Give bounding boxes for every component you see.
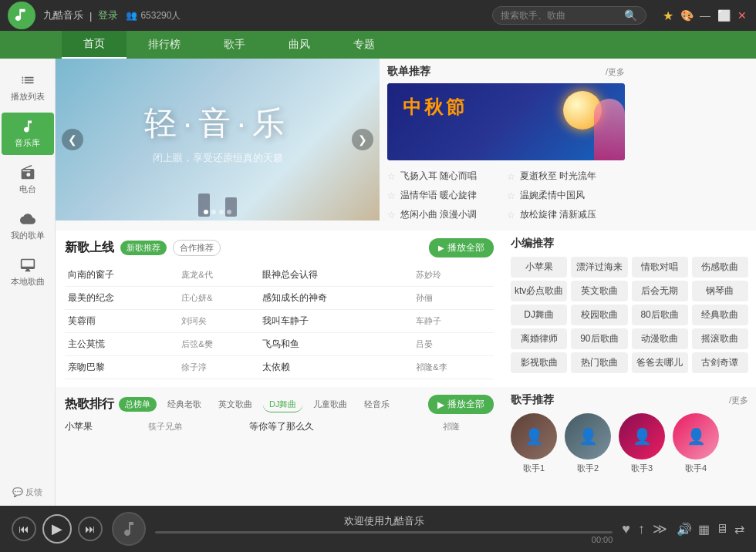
editor-tag-12[interactable]: 离婚律师 (511, 328, 567, 349)
playlist-item-1[interactable]: ☆飞扬入耳 随心而唱 (387, 167, 505, 186)
playlist-item-3[interactable]: ☆温情华语 暖心旋律 (387, 186, 505, 205)
nav-charts[interactable]: 排行榜 (127, 31, 202, 59)
song-name-4b[interactable]: 飞鸟和鱼 (262, 338, 299, 349)
singer-item-4[interactable]: 👤 歌手4 (673, 413, 719, 474)
rank-tab-4[interactable]: 儿童歌曲 (307, 397, 353, 412)
window-controls: ★ 🎨 — ⬜ ✕ (662, 9, 748, 22)
search-icon[interactable]: 🔍 (624, 9, 637, 22)
sidebar-item-local[interactable]: 本地歌曲 (2, 251, 54, 294)
editor-tag-18[interactable]: 爸爸去哪儿 (632, 352, 688, 373)
equalizer-icon[interactable]: ▦ (698, 522, 710, 537)
search-input[interactable] (501, 10, 624, 21)
sidebar-item-radio[interactable]: 电台 (2, 159, 54, 201)
editor-tag-4[interactable]: ktv必点歌曲 (511, 281, 567, 301)
dot-2[interactable] (211, 210, 216, 214)
song-name-5b[interactable]: 太依赖 (262, 362, 290, 372)
progress-bar[interactable] (155, 531, 613, 533)
volume-icon[interactable]: 🔊 (677, 522, 692, 537)
play-all-new-songs-btn[interactable]: ▶ 播放全部 (429, 238, 494, 257)
singer-item-3[interactable]: 👤 歌手3 (619, 413, 665, 474)
editor-tag-14[interactable]: 动漫歌曲 (632, 328, 688, 349)
editor-tag-11[interactable]: 经典歌曲 (692, 305, 748, 325)
playlist-more-link[interactable]: /更多 (606, 66, 625, 78)
forward-icon[interactable]: ≫ (653, 520, 667, 537)
editor-tag-19[interactable]: 古剑奇谭 (692, 352, 748, 373)
sidebar-item-playlist[interactable]: 播放列表 (2, 66, 54, 109)
nav-home[interactable]: 首页 (62, 31, 127, 59)
editor-tag-6[interactable]: 后会无期 (632, 281, 688, 301)
playlist-item-6[interactable]: ☆放松旋律 清新减压 (507, 205, 625, 224)
song-name-2[interactable]: 最美的纪念 (68, 292, 114, 303)
dot-4[interactable] (227, 210, 231, 214)
playlist-section: 歌单推荐 /更多 中秋節 (380, 59, 633, 231)
tag-partner[interactable]: 合作推荐 (173, 240, 221, 256)
close-btn[interactable]: ✕ (736, 9, 748, 22)
rank-song-1[interactable]: 小苹果 (65, 421, 93, 432)
nav-special[interactable]: 专题 (332, 31, 397, 59)
editor-tag-9[interactable]: 校园歌曲 (571, 305, 627, 325)
editor-tag-10[interactable]: 80后歌曲 (632, 305, 688, 325)
song-name-3[interactable]: 芙蓉雨 (68, 315, 96, 326)
editor-tag-13[interactable]: 90后歌曲 (571, 328, 627, 349)
banner-prev-btn[interactable]: ❮ (62, 129, 83, 150)
singer-item-2[interactable]: 👤 歌手2 (565, 413, 611, 474)
login-link[interactable]: 登录 (98, 8, 118, 22)
song-name-4[interactable]: 主公莫慌 (68, 338, 105, 349)
nav-singers[interactable]: 歌手 (202, 31, 267, 59)
editor-tag-16[interactable]: 影视歌曲 (511, 352, 567, 373)
next-btn[interactable]: ⏭ (78, 517, 103, 541)
rank-song-1b[interactable]: 等你等了那么久 (249, 421, 314, 432)
playlist-item-5[interactable]: ☆悠闲小曲 浪漫小调 (387, 205, 505, 224)
rank-tab-3[interactable]: DJ舞曲 (263, 397, 302, 412)
banner-next-btn[interactable]: ❯ (352, 129, 373, 150)
rank-tab-2[interactable]: 英文歌曲 (212, 397, 258, 412)
right-panel: 歌单推荐 /更多 中秋節 (380, 59, 633, 231)
play-all-ranking-btn[interactable]: ▶ 播放全部 (428, 395, 494, 414)
editor-tag-7[interactable]: 钢琴曲 (692, 281, 748, 301)
editor-tag-17[interactable]: 热门歌曲 (571, 352, 627, 373)
search-bar[interactable]: 🔍 (492, 6, 646, 25)
player-controls: ⏮ ▶ ⏭ (12, 514, 103, 544)
heart-icon[interactable]: ♥ (622, 521, 630, 537)
editor-tag-1[interactable]: 漂洋过海来 (571, 257, 627, 278)
song-name-1[interactable]: 向南的窗子 (68, 269, 114, 280)
editor-tag-8[interactable]: DJ舞曲 (511, 305, 567, 325)
sidebar-item-library[interactable]: 音乐库 (2, 113, 54, 155)
nav-genres[interactable]: 曲风 (267, 31, 332, 59)
prev-btn[interactable]: ⏮ (12, 517, 36, 541)
rank-artist-1b: 祁隆 (443, 422, 460, 431)
favorite-icon[interactable]: ★ (662, 9, 674, 22)
minimize-btn[interactable]: — (699, 9, 711, 22)
playlist-item-4[interactable]: ☆温婉柔情中国风 (507, 186, 625, 205)
playlist-banner[interactable]: 中秋節 (387, 83, 625, 160)
editor-picks-section: 小编推荐 小苹果 漂洋过海来 情歌对唱 伤感歌曲 ktv必点歌曲 英文歌曲 后会… (503, 231, 756, 387)
sidebar-item-my-playlist[interactable]: 我的歌单 (2, 205, 54, 247)
skin-icon[interactable]: 🎨 (680, 9, 693, 22)
editor-tag-5[interactable]: 英文歌曲 (571, 281, 627, 301)
editor-tag-15[interactable]: 摇滚歌曲 (692, 328, 748, 349)
dot-1[interactable] (204, 210, 208, 214)
restore-btn[interactable]: ⬜ (717, 9, 730, 22)
song-name-2b[interactable]: 感知成长的神奇 (262, 292, 327, 303)
table-row: 芙蓉雨 刘珂矣 我叫车静子 车静子 (65, 310, 494, 333)
play-btn[interactable]: ▶ (42, 514, 72, 544)
desktop-icon[interactable]: 🖥 (716, 522, 728, 536)
playlist-item-2[interactable]: ☆夏逝秋至 时光流年 (507, 167, 625, 186)
rank-tab-0[interactable]: 总榜单 (119, 397, 157, 412)
rank-tab-1[interactable]: 经典老歌 (161, 397, 208, 412)
editor-tag-3[interactable]: 伤感歌曲 (692, 257, 748, 278)
song-name-5[interactable]: 亲吻巴黎 (68, 362, 105, 372)
song-name-3b[interactable]: 我叫车静子 (262, 315, 309, 326)
tag-new-songs[interactable]: 新歌推荐 (120, 241, 167, 255)
share-icon[interactable]: ↑ (638, 521, 645, 537)
editor-tag-2[interactable]: 情歌对唱 (632, 257, 688, 278)
song-name-1b[interactable]: 眼神总会认得 (262, 269, 318, 280)
singer-item-1[interactable]: 👤 歌手1 (511, 413, 557, 474)
shuffle-icon[interactable]: ⇄ (734, 522, 744, 537)
dot-3[interactable] (219, 210, 224, 214)
rank-tab-5[interactable]: 轻音乐 (358, 397, 396, 412)
feedback-btn[interactable]: 💬 反馈 (12, 479, 42, 506)
editor-tag-0[interactable]: 小苹果 (511, 257, 567, 278)
sidebar-label-local: 本地歌曲 (11, 276, 45, 288)
singer-more-link[interactable]: /更多 (729, 395, 748, 406)
